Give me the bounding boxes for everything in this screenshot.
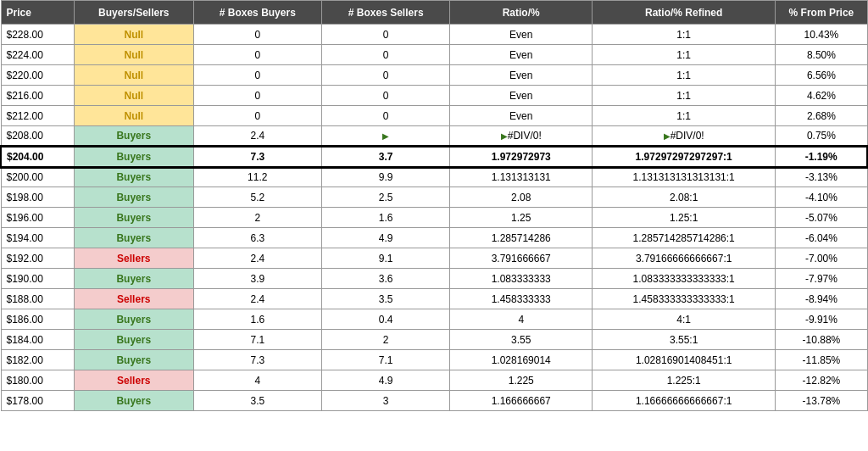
cell-ratio-refined: 1.083333333333333:1 — [593, 269, 776, 289]
table-row: $182.00Buyers7.37.11.0281690141.02816901… — [1, 350, 867, 370]
cell-boxes-buyers: 0 — [193, 106, 321, 126]
header-row: Price Buyers/Sellers # Boxes Buyers # Bo… — [1, 1, 867, 25]
cell-buyers-sellers: Sellers — [75, 289, 194, 309]
cell-boxes-sellers: 3.6 — [322, 269, 450, 289]
cell-buyers-sellers: Buyers — [75, 391, 194, 411]
cell-from-price: -9.91% — [776, 309, 867, 330]
cell-ratio: 1.131313131 — [450, 167, 593, 187]
cell-buyers-sellers: Buyers — [75, 350, 194, 370]
cell-boxes-sellers: 9.9 — [322, 167, 450, 187]
cell-buyers-sellers: Buyers — [75, 147, 194, 167]
cell-ratio-refined: 1:1 — [593, 86, 776, 106]
table-row: $178.00Buyers3.531.1666666671.1666666666… — [1, 391, 867, 411]
cell-boxes-sellers: 0 — [322, 45, 450, 65]
cell-buyers-sellers: Null — [75, 65, 194, 86]
cell-boxes-buyers: 7.3 — [193, 350, 321, 370]
cell-boxes-sellers: 4.9 — [322, 370, 450, 391]
cell-price: $180.00 — [1, 370, 75, 391]
cell-boxes-buyers: 0 — [193, 25, 321, 45]
cell-boxes-sellers: 0 — [322, 86, 450, 106]
cell-buyers-sellers: Buyers — [75, 269, 194, 289]
cell-ratio: 1.028169014 — [450, 350, 593, 370]
table-row: $200.00Buyers11.29.91.1313131311.1313131… — [1, 167, 867, 187]
table-row: $194.00Buyers6.34.91.2857142861.28571428… — [1, 228, 867, 248]
cell-boxes-sellers: ▶ — [322, 126, 450, 147]
table-row: $228.00Null00Even1:110.43% — [1, 25, 867, 45]
cell-boxes-buyers: 7.1 — [193, 330, 321, 350]
cell-ratio-refined: 1:1 — [593, 106, 776, 126]
cell-price: $186.00 — [1, 309, 75, 330]
cell-price: $192.00 — [1, 248, 75, 269]
cell-buyers-sellers: Null — [75, 25, 194, 45]
table-row: $212.00Null00Even1:12.68% — [1, 106, 867, 126]
cell-boxes-buyers: 4 — [193, 370, 321, 391]
cell-from-price: 8.50% — [776, 45, 867, 65]
cell-boxes-sellers: 2.5 — [322, 187, 450, 208]
cell-buyers-sellers: Null — [75, 86, 194, 106]
cell-ratio: 1.166666667 — [450, 391, 593, 411]
cell-buyers-sellers: Buyers — [75, 208, 194, 228]
cell-price: $224.00 — [1, 45, 75, 65]
table-row: $192.00Sellers2.49.13.7916666673.7916666… — [1, 248, 867, 269]
cell-ratio-refined: 1:1 — [593, 45, 776, 65]
cell-ratio-refined: ▶ #DIV/0! — [593, 126, 776, 147]
table-row: $190.00Buyers3.93.61.0833333331.08333333… — [1, 269, 867, 289]
cell-ratio: Even — [450, 86, 593, 106]
cell-ratio-refined: 3.79166666666667:1 — [593, 248, 776, 269]
cell-boxes-sellers: 7.1 — [322, 350, 450, 370]
table-row: $196.00Buyers21.61.251.25:1-5.07% — [1, 208, 867, 228]
cell-ratio: 3.791666667 — [450, 248, 593, 269]
cell-ratio: 2.08 — [450, 187, 593, 208]
cell-from-price: -3.13% — [776, 167, 867, 187]
cell-from-price: 6.56% — [776, 65, 867, 86]
cell-ratio: Even — [450, 45, 593, 65]
header-ratio-refined: Ratio/% Refined — [593, 1, 776, 25]
cell-boxes-buyers: 3.9 — [193, 269, 321, 289]
cell-boxes-buyers: 0 — [193, 86, 321, 106]
cell-from-price: -5.07% — [776, 208, 867, 228]
cell-ratio-refined: 1.458333333333333:1 — [593, 289, 776, 309]
cell-buyers-sellers: Null — [75, 106, 194, 126]
cell-price: $216.00 — [1, 86, 75, 106]
cell-ratio-refined: 2.08:1 — [593, 187, 776, 208]
cell-ratio-refined: 4:1 — [593, 309, 776, 330]
cell-boxes-sellers: 3.7 — [322, 147, 450, 167]
cell-ratio: 1.083333333 — [450, 269, 593, 289]
cell-price: $188.00 — [1, 289, 75, 309]
cell-buyers-sellers: Buyers — [75, 309, 194, 330]
cell-price: $196.00 — [1, 208, 75, 228]
cell-boxes-buyers: 11.2 — [193, 167, 321, 187]
table-row: $224.00Null00Even1:18.50% — [1, 45, 867, 65]
cell-price: $182.00 — [1, 350, 75, 370]
data-table: Price Buyers/Sellers # Boxes Buyers # Bo… — [0, 0, 868, 411]
cell-buyers-sellers: Buyers — [75, 187, 194, 208]
table-row: $208.00Buyers2.4▶▶ #DIV/0!▶ #DIV/0!0.75% — [1, 126, 867, 147]
table-row: $204.00Buyers7.33.71.9729729731.97297297… — [1, 147, 867, 167]
cell-price: $198.00 — [1, 187, 75, 208]
cell-ratio-refined: 1:1 — [593, 25, 776, 45]
cell-price: $184.00 — [1, 330, 75, 350]
table-row: $184.00Buyers7.123.553.55:1-10.88% — [1, 330, 867, 350]
header-price: Price — [1, 1, 75, 25]
cell-boxes-buyers: 2.4 — [193, 248, 321, 269]
table-row: $220.00Null00Even1:16.56% — [1, 65, 867, 86]
cell-ratio: 1.972972973 — [450, 147, 593, 167]
cell-from-price: -12.82% — [776, 370, 867, 391]
cell-price: $204.00 — [1, 147, 75, 167]
cell-from-price: -7.00% — [776, 248, 867, 269]
table-row: $216.00Null00Even1:14.62% — [1, 86, 867, 106]
cell-ratio: 1.458333333 — [450, 289, 593, 309]
cell-boxes-sellers: 0 — [322, 65, 450, 86]
header-boxes-buyers: # Boxes Buyers — [193, 1, 321, 25]
header-ratio: Ratio/% — [450, 1, 593, 25]
cell-ratio: 1.25 — [450, 208, 593, 228]
cell-boxes-sellers: 1.6 — [322, 208, 450, 228]
cell-from-price: -8.94% — [776, 289, 867, 309]
table-row: $198.00Buyers5.22.52.082.08:1-4.10% — [1, 187, 867, 208]
header-buyers-sellers: Buyers/Sellers — [75, 1, 194, 25]
cell-boxes-buyers: 2 — [193, 208, 321, 228]
cell-price: $208.00 — [1, 126, 75, 147]
cell-buyers-sellers: Buyers — [75, 126, 194, 147]
table-row: $180.00Sellers44.91.2251.225:1-12.82% — [1, 370, 867, 391]
cell-price: $220.00 — [1, 65, 75, 86]
